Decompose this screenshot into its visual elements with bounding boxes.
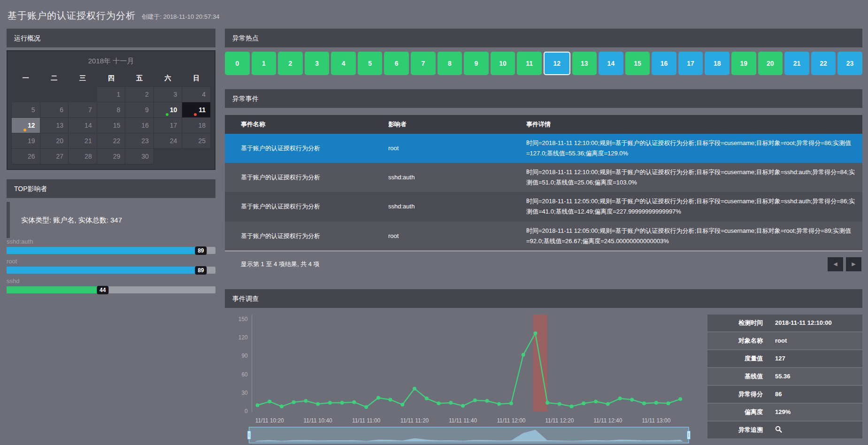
calendar-day-29[interactable]: 29 <box>97 149 125 164</box>
hotspot-hour-21[interactable]: 21 <box>784 52 809 75</box>
data-point-marker[interactable] <box>376 396 380 399</box>
hotspot-hour-1[interactable]: 1 <box>252 52 277 75</box>
data-point-marker[interactable] <box>461 404 465 407</box>
hotspot-hour-16[interactable]: 16 <box>652 52 676 75</box>
calendar-day-26[interactable]: 26 <box>12 149 40 164</box>
data-point-marker[interactable] <box>400 403 404 407</box>
hotspot-hour-6[interactable]: 6 <box>384 52 409 75</box>
data-point-marker[interactable] <box>533 331 537 335</box>
hotspot-hour-7[interactable]: 7 <box>411 52 436 75</box>
event-row-2[interactable]: 基于账户的认证授权行为分析sshd:auth时间=2018-11-11 12:1… <box>225 163 862 192</box>
data-point-marker[interactable] <box>413 387 416 391</box>
calendar-day-22[interactable]: 22 <box>97 133 125 149</box>
detail-value[interactable] <box>763 426 782 434</box>
calendar-day-8[interactable]: 8 <box>97 102 125 118</box>
calendar-day-25[interactable]: 25 <box>182 133 211 149</box>
event-row-4[interactable]: 基于账户的认证授权行为分析root时间=2018-11-11 12:05:00;… <box>225 222 862 251</box>
pagination-prev-button[interactable]: ◀ <box>828 257 843 271</box>
hotspot-hour-9[interactable]: 9 <box>464 52 489 75</box>
calendar-day-3[interactable]: 3 <box>154 87 182 102</box>
hotspot-hour-12-selected[interactable]: 12 <box>544 52 570 75</box>
data-point-marker[interactable] <box>582 401 585 405</box>
hotspot-hour-15[interactable]: 15 <box>625 52 650 75</box>
calendar-day-12[interactable]: 12 <box>12 118 40 133</box>
hotspot-hour-0[interactable]: 0 <box>225 52 250 75</box>
calendar-day-21[interactable]: 21 <box>69 133 97 149</box>
data-point-marker[interactable] <box>570 405 574 408</box>
calendar-day-6[interactable]: 6 <box>40 102 69 118</box>
data-point-marker[interactable] <box>667 401 670 405</box>
calendar-day-10[interactable]: 10 <box>154 102 182 118</box>
calendar-day-23[interactable]: 23 <box>125 133 154 149</box>
data-point-marker[interactable] <box>485 399 489 403</box>
calendar-day-16[interactable]: 16 <box>125 118 154 133</box>
data-point-marker[interactable] <box>497 402 501 406</box>
data-point-marker[interactable] <box>292 400 296 404</box>
data-point-marker[interactable] <box>473 399 477 402</box>
calendar-day-17[interactable]: 17 <box>154 118 182 133</box>
data-point-marker[interactable] <box>316 402 320 406</box>
data-point-marker[interactable] <box>618 397 622 400</box>
calendar-day-2[interactable]: 2 <box>125 87 154 102</box>
calendar-day-5[interactable]: 5 <box>12 102 40 118</box>
data-point-marker[interactable] <box>678 397 682 401</box>
data-point-marker[interactable] <box>654 401 658 405</box>
hotspot-hour-2[interactable]: 2 <box>278 52 303 75</box>
data-point-marker[interactable] <box>256 403 260 407</box>
hotspot-hour-11[interactable]: 11 <box>517 52 542 75</box>
calendar-day-14[interactable]: 14 <box>69 118 97 133</box>
data-point-marker[interactable] <box>642 401 646 405</box>
calendar-day-1[interactable]: 1 <box>97 87 125 102</box>
trace-search-icon[interactable] <box>775 426 782 433</box>
data-point-marker[interactable] <box>449 401 453 405</box>
data-point-marker[interactable] <box>304 399 307 403</box>
calendar-day-4[interactable]: 4 <box>182 87 211 102</box>
hotspot-hour-18[interactable]: 18 <box>705 52 730 75</box>
hotspot-hour-13[interactable]: 13 <box>572 52 597 75</box>
data-point-marker[interactable] <box>437 401 441 405</box>
hotspot-hour-14[interactable]: 14 <box>599 52 623 75</box>
event-row-1[interactable]: 基于账户的认证授权行为分析root时间=2018-11-11 12:10:00;… <box>225 134 862 163</box>
data-point-marker[interactable] <box>352 400 356 404</box>
data-point-marker[interactable] <box>594 399 598 403</box>
pagination-next-button[interactable]: ▶ <box>846 257 861 271</box>
hotspot-hour-22[interactable]: 22 <box>811 52 836 75</box>
hotspot-hour-17[interactable]: 17 <box>678 52 703 75</box>
data-point-marker[interactable] <box>522 353 525 357</box>
hotspot-hour-19[interactable]: 19 <box>731 52 756 75</box>
calendar-day-20[interactable]: 20 <box>40 133 69 149</box>
influencer-value-badge: 89 <box>195 246 207 255</box>
calendar-day-9[interactable]: 9 <box>125 102 154 118</box>
hotspot-hour-10[interactable]: 10 <box>491 52 515 75</box>
data-point-marker[interactable] <box>328 401 332 405</box>
hotspot-hour-4[interactable]: 4 <box>331 52 356 75</box>
data-point-marker[interactable] <box>606 402 610 406</box>
event-row-3[interactable]: 基于账户的认证授权行为分析sshd:auth时间=2018-11-11 12:0… <box>225 192 862 221</box>
hotspot-hour-20[interactable]: 20 <box>758 52 783 75</box>
data-point-marker[interactable] <box>545 401 549 405</box>
hotspot-hour-23[interactable]: 23 <box>837 52 862 75</box>
calendar-day-11[interactable]: 11 <box>182 102 211 118</box>
calendar-day-27[interactable]: 27 <box>40 149 69 164</box>
calendar-day-15[interactable]: 15 <box>97 118 125 133</box>
data-point-marker[interactable] <box>268 399 271 403</box>
calendar-day-24[interactable]: 24 <box>154 133 182 149</box>
calendar-day-13[interactable]: 13 <box>40 118 69 133</box>
data-point-marker[interactable] <box>509 401 513 405</box>
hotspot-hour-3[interactable]: 3 <box>305 52 330 75</box>
data-point-marker[interactable] <box>280 405 284 408</box>
investigation-chart[interactable]: 030609012015011/11 10:2011/11 10:4011/11… <box>225 313 695 445</box>
calendar-day-19[interactable]: 19 <box>12 133 40 149</box>
data-point-marker[interactable] <box>389 398 392 401</box>
calendar-day-30[interactable]: 30 <box>125 149 154 164</box>
calendar-day-28[interactable]: 28 <box>69 149 97 164</box>
calendar-day-18[interactable]: 18 <box>182 118 211 133</box>
data-point-marker[interactable] <box>558 402 561 406</box>
hotspot-hour-8[interactable]: 8 <box>438 52 462 75</box>
data-point-marker[interactable] <box>364 405 368 409</box>
calendar-day-7[interactable]: 7 <box>69 102 97 118</box>
hotspot-hour-5[interactable]: 5 <box>358 52 383 75</box>
data-point-marker[interactable] <box>630 398 634 401</box>
data-point-marker[interactable] <box>340 401 344 405</box>
data-point-marker[interactable] <box>425 397 429 400</box>
